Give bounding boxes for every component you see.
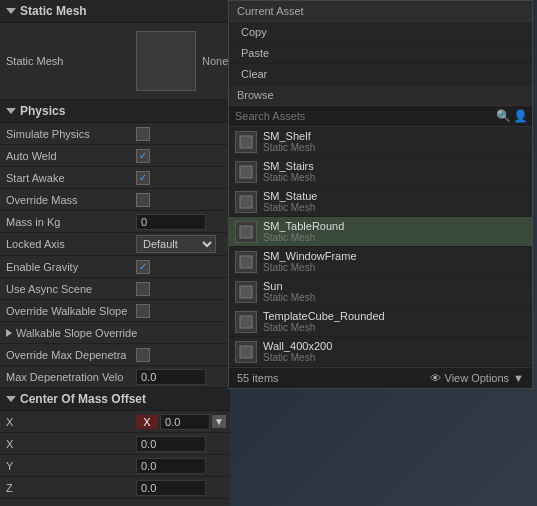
y-input[interactable] [136, 458, 206, 474]
use-async-scene-checkbox[interactable] [136, 282, 150, 296]
override-max-depenetra-checkbox[interactable] [136, 348, 150, 362]
current-asset-row: Current Asset [229, 1, 532, 22]
collapse-triangle [6, 8, 16, 14]
center-of-mass-x-input[interactable] [160, 414, 210, 430]
locked-axis-row: Locked Axis Default None X Y Z [0, 233, 230, 256]
z-row: Z [0, 477, 230, 499]
enable-gravity-row: Enable Gravity [0, 256, 230, 278]
physics-header-label: Physics [20, 104, 65, 118]
footer-row: 55 items 👁 View Options ▼ [229, 367, 532, 388]
item-count: 55 items [237, 372, 279, 384]
override-max-depenetra-label: Override Max Depenetra [6, 349, 136, 361]
view-options-button[interactable]: 👁 View Options ▼ [430, 372, 525, 384]
asset-info: SM_Stairs Static Mesh [263, 160, 315, 183]
asset-list-item[interactable]: SM_Shelf Static Mesh [229, 127, 532, 157]
asset-item-name: SM_TableRound [263, 220, 344, 232]
asset-info: SM_Shelf Static Mesh [263, 130, 315, 153]
mass-in-kg-input[interactable] [136, 214, 206, 230]
asset-thumb [235, 311, 257, 333]
override-max-depenetra-row: Override Max Depenetra [0, 344, 230, 366]
override-walkable-slope-label: Override Walkable Slope [6, 305, 136, 317]
search-row: 🔍 👤 [229, 106, 532, 127]
asset-thumb [235, 221, 257, 243]
auto-weld-checkbox[interactable] [136, 149, 150, 163]
asset-list: SM_Shelf Static Mesh SM_Stairs Static Me… [229, 127, 532, 367]
eye-icon: 👁 [430, 372, 441, 384]
simulate-physics-checkbox[interactable] [136, 127, 150, 141]
asset-item-type: Static Mesh [263, 262, 357, 273]
asset-item-name: SM_Stairs [263, 160, 315, 172]
use-async-scene-row: Use Async Scene [0, 278, 230, 300]
asset-list-item[interactable]: Sun Static Mesh [229, 277, 532, 307]
asset-item-name: Sun [263, 280, 315, 292]
asset-item-type: Static Mesh [263, 232, 344, 243]
override-mass-row: Override Mass [0, 189, 230, 211]
asset-item-type: Static Mesh [263, 142, 315, 153]
asset-thumb [235, 131, 257, 153]
x-sub-label: X [6, 438, 136, 450]
asset-list-item[interactable]: SM_WindowFrame Static Mesh [229, 247, 532, 277]
asset-list-item[interactable]: TemplateCube_Rounded Static Mesh [229, 307, 532, 337]
max-depenetration-velo-row: Max Depenetration Velo [0, 366, 230, 388]
asset-item-type: Static Mesh [263, 322, 385, 333]
x-input[interactable] [136, 436, 206, 452]
asset-list-item[interactable]: Wall_400x200 Static Mesh [229, 337, 532, 367]
asset-item-name: Wall_400x200 [263, 340, 332, 352]
asset-dropdown-panel: Current Asset Copy Paste Clear Browse 🔍 … [228, 0, 533, 389]
svg-rect-5 [240, 286, 252, 298]
svg-rect-2 [240, 196, 252, 208]
y-row: Y [0, 455, 230, 477]
search-assets-input[interactable] [233, 108, 494, 124]
svg-rect-0 [240, 136, 252, 148]
override-walkable-slope-row: Override Walkable Slope [0, 300, 230, 322]
override-walkable-slope-checkbox[interactable] [136, 304, 150, 318]
asset-item-type: Static Mesh [263, 172, 315, 183]
asset-list-item[interactable]: SM_Statue Static Mesh [229, 187, 532, 217]
max-depenetration-velo-label: Max Depenetration Velo [6, 371, 136, 383]
asset-list-item[interactable]: SM_TableRound Static Mesh [229, 217, 532, 247]
physics-triangle [6, 108, 16, 114]
static-mesh-section-header: Static Mesh [0, 0, 230, 23]
asset-info: Sun Static Mesh [263, 280, 315, 303]
asset-thumb [235, 191, 257, 213]
asset-list-item[interactable]: SM_Stairs Static Mesh [229, 157, 532, 187]
user-icon: 👤 [513, 109, 528, 123]
y-sub-label: Y [6, 460, 136, 472]
view-options-chevron: ▼ [513, 372, 524, 384]
z-input[interactable] [136, 480, 206, 496]
center-of-mass-label: Center Of Mass Offset [20, 392, 146, 406]
center-of-mass-triangle [6, 396, 16, 402]
auto-weld-row: Auto Weld [0, 145, 230, 167]
asset-info: Wall_400x200 Static Mesh [263, 340, 332, 363]
center-of-mass-header: Center Of Mass Offset [0, 388, 230, 411]
start-awake-checkbox[interactable] [136, 171, 150, 185]
override-mass-label: Override Mass [6, 194, 136, 206]
static-mesh-row: Static Mesh None None ◀ 🔍 [0, 23, 230, 100]
copy-menu-item[interactable]: Copy [229, 22, 532, 43]
enable-gravity-checkbox[interactable] [136, 260, 150, 274]
asset-item-name: SM_Statue [263, 190, 317, 202]
none-label: None [202, 55, 228, 67]
asset-item-type: Static Mesh [263, 352, 332, 363]
simulate-physics-label: Simulate Physics [6, 128, 136, 140]
static-mesh-header-label: Static Mesh [20, 4, 87, 18]
asset-info: SM_WindowFrame Static Mesh [263, 250, 357, 273]
asset-item-name: TemplateCube_Rounded [263, 310, 385, 322]
static-mesh-thumbnail [136, 31, 196, 91]
physics-section-header: Physics [0, 100, 230, 123]
start-awake-row: Start Awake [0, 167, 230, 189]
walkable-slope-override-row: Walkable Slope Override [0, 322, 230, 344]
asset-thumb [235, 251, 257, 273]
svg-rect-3 [240, 226, 252, 238]
override-mass-checkbox[interactable] [136, 193, 150, 207]
asset-info: TemplateCube_Rounded Static Mesh [263, 310, 385, 333]
clear-menu-item[interactable]: Clear [229, 64, 532, 85]
max-depenetration-input[interactable] [136, 369, 206, 385]
paste-menu-item[interactable]: Paste [229, 43, 532, 64]
search-icon: 🔍 [496, 109, 511, 123]
asset-info: SM_TableRound Static Mesh [263, 220, 344, 243]
center-of-mass-x-pre-label: X [6, 416, 136, 428]
locked-axis-select[interactable]: Default None X Y Z [136, 235, 216, 253]
x-dropdown-icon: ▼ [212, 415, 226, 428]
simulate-physics-row: Simulate Physics [0, 123, 230, 145]
